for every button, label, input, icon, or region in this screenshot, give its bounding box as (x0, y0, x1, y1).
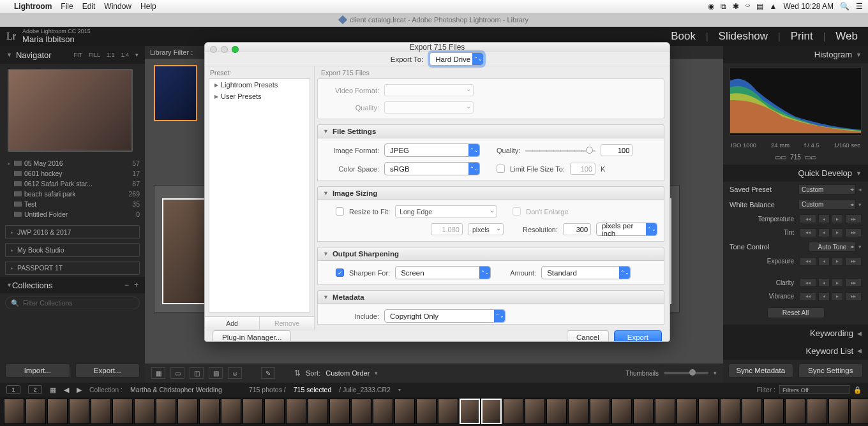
view-compare-icon[interactable]: ◫ (190, 367, 204, 379)
stepper[interactable]: ◂◂ (800, 278, 816, 287)
sharpen-amount-select[interactable]: Standard⌃⌄ (541, 266, 631, 279)
stepper[interactable]: ◂◂ (800, 214, 816, 223)
chevron-down-icon[interactable]: ▾ (398, 387, 401, 393)
menu-clock[interactable]: Wed 10:28 AM (784, 2, 834, 11)
resolution-input[interactable] (563, 223, 591, 235)
folder-row[interactable]: ▸05 May 201657 (5, 158, 140, 168)
filmstrip-thumb[interactable] (828, 399, 849, 424)
filmstrip-thumb[interactable] (394, 399, 415, 424)
device-row[interactable]: ▸JWP 2016 & 2017 (5, 225, 140, 239)
collection-name[interactable]: Martha & Christopher Wedding (130, 386, 222, 393)
sync-metadata-button[interactable]: Sync Metadata (728, 364, 793, 378)
stepper[interactable]: ◂◂ (800, 228, 816, 237)
white-balance-select[interactable]: Custom (798, 200, 856, 210)
flag-icon[interactable]: ▤ (756, 2, 763, 11)
sharpen-for-select[interactable]: Screen⌃⌄ (395, 266, 491, 279)
stepper[interactable]: ▸▸ (845, 214, 862, 223)
folder-row[interactable]: Untitled Folder0 (5, 209, 140, 219)
display-2-button[interactable]: 2 (28, 385, 42, 394)
filmstrip-thumb[interactable] (525, 399, 545, 424)
export-confirm-button[interactable]: Export (614, 330, 662, 342)
module-book[interactable]: Book (671, 30, 696, 43)
file-settings-header[interactable]: ▼File Settings (317, 124, 664, 138)
filmstrip-thumb[interactable] (568, 399, 588, 424)
stepper[interactable]: ▸▸ (845, 257, 862, 266)
histogram[interactable] (730, 67, 862, 136)
chevron-left-icon[interactable]: ◂ (858, 186, 862, 193)
traffic-close-icon[interactable] (210, 46, 217, 53)
keyword-list-header[interactable]: Keyword List ◀ (723, 342, 868, 360)
filmstrip-thumb[interactable] (156, 399, 176, 424)
stepper[interactable]: ◂ (818, 292, 830, 301)
stepper[interactable]: ▸ (832, 278, 843, 287)
view-loupe-icon[interactable]: ▭ (170, 367, 184, 379)
filmstrip-thumb[interactable] (807, 399, 827, 424)
navigator-preview[interactable] (0, 64, 145, 157)
filmstrip[interactable]: /* thumbs generated below by JS */ (0, 397, 868, 426)
filmstrip-thumb[interactable] (373, 399, 393, 424)
filmstrip-thumb[interactable] (416, 399, 437, 424)
menu-edit[interactable]: Edit (82, 2, 96, 11)
reset-all-button[interactable]: Reset All (767, 307, 825, 319)
resize-to-fit-checkbox[interactable] (336, 207, 344, 216)
stepper[interactable]: ▸ (832, 214, 843, 223)
stepper[interactable]: ▸ (832, 292, 843, 301)
sort-direction-icon[interactable]: ⇅ (294, 369, 301, 378)
filmstrip-thumb[interactable] (199, 399, 220, 424)
traffic-zoom-icon[interactable] (232, 46, 239, 53)
nav-mode-1-1[interactable]: 1:1 (107, 52, 115, 58)
nav-fwd-icon[interactable]: ▶ (77, 386, 82, 393)
folder-row[interactable]: Test35 (5, 199, 140, 209)
preset-add-button[interactable]: Add (205, 317, 260, 330)
stepper[interactable]: ◂◂ (800, 257, 816, 266)
menu-app-name[interactable]: Lightroom (14, 2, 52, 11)
stepper[interactable]: ◂ (818, 214, 830, 223)
spotlight-icon[interactable]: 🔍 (840, 2, 849, 11)
quality-slider[interactable] (525, 146, 595, 155)
stepper[interactable]: ▸ (832, 257, 843, 266)
filmstrip-thumb[interactable] (698, 399, 719, 424)
filmstrip-thumb[interactable] (91, 399, 111, 424)
limit-file-size-input[interactable] (570, 163, 595, 175)
chevron-down-icon[interactable]: ▾ (375, 370, 378, 376)
stepper[interactable]: ▸▸ (845, 228, 862, 237)
filmstrip-thumb[interactable] (26, 399, 46, 424)
dialog-titlebar[interactable]: Export 715 Files (205, 43, 670, 52)
auto-tone-button[interactable]: Auto Tone (809, 242, 856, 252)
chevron-down-icon[interactable]: ▾ (714, 370, 717, 376)
module-web[interactable]: Web (835, 30, 858, 43)
nav-back-icon[interactable]: ◀ (64, 386, 69, 393)
collections-search[interactable]: 🔍 Filter Collections (5, 297, 140, 309)
grid-view-icon[interactable]: ▦ (50, 386, 56, 393)
display-1-button[interactable]: 1 (6, 385, 20, 394)
quick-develop-header[interactable]: Quick Develop ▼ (723, 165, 868, 182)
metadata-header[interactable]: ▼Metadata (317, 290, 664, 304)
color-space-select[interactable]: sRGB⌃⌄ (384, 162, 480, 175)
view-survey-icon[interactable]: ▤ (209, 367, 223, 379)
filmstrip-thumb[interactable] (633, 399, 654, 424)
filmstrip-thumb[interactable] (134, 399, 154, 424)
filmstrip-thumb[interactable] (47, 399, 68, 424)
dimension-unit-select[interactable]: pixels (468, 223, 504, 235)
filmstrip-thumb[interactable] (850, 399, 868, 424)
stepper[interactable]: ◂◂ (800, 292, 816, 301)
wifi-icon[interactable]: ⌔ (745, 2, 750, 11)
stepper[interactable]: ▸▸ (845, 278, 862, 287)
image-sizing-header[interactable]: ▼Image Sizing (317, 186, 664, 200)
filter-select[interactable]: Filters Off (779, 385, 849, 394)
volume-icon[interactable]: ▲ (770, 2, 777, 11)
stepper[interactable]: ◂ (818, 228, 830, 237)
preset-item[interactable]: ▶Lightroom Presets (209, 79, 310, 91)
preset-item[interactable]: ▶User Presets (209, 91, 310, 102)
thumbnail-size-slider[interactable] (664, 372, 708, 374)
preset-list[interactable]: ▶Lightroom Presets ▶User Presets (209, 78, 310, 312)
device-row[interactable]: ▸My Book Studio (5, 243, 140, 257)
traffic-minimize-icon[interactable] (221, 46, 228, 53)
chevron-down-icon[interactable]: ▾ (858, 202, 862, 208)
folder-row[interactable]: 0601 hockey17 (5, 168, 140, 179)
filmstrip-thumb[interactable] (4, 399, 24, 424)
stepper[interactable]: ◂ (818, 278, 830, 287)
metadata-include-select[interactable]: Copyright Only⌃⌄ (384, 309, 505, 323)
filmstrip-thumb[interactable] (243, 399, 263, 424)
filmstrip-thumb[interactable] (590, 399, 610, 424)
